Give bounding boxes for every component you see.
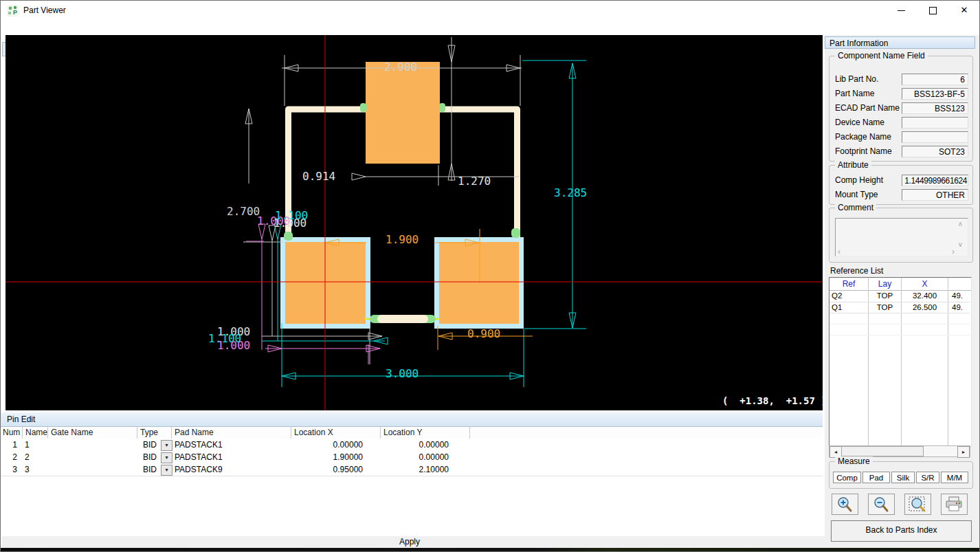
- measure-comp-button[interactable]: Comp: [833, 472, 861, 483]
- attribute-group: Attribute Comp Height 1.1449989661624 Mo…: [829, 165, 973, 205]
- x-value: 32.400: [902, 291, 948, 300]
- menu-bar: File View Tool: [0, 21, 980, 35]
- measure-mm-button[interactable]: M/M: [941, 472, 968, 483]
- chevron-down-icon: ▾: [165, 454, 168, 461]
- cad-viewport[interactable]: 2.900 0.914 1.270 2.700 1.000 1.000 1.10…: [5, 35, 823, 410]
- scroll-down-icon[interactable]: ∨: [958, 241, 963, 248]
- dim-label-pad3-width: 0.914: [302, 171, 335, 182]
- dim-label-pad3-height: 1.270: [458, 176, 491, 187]
- group-title: Component Name Field: [835, 51, 928, 60]
- pin-locy-cell[interactable]: 0.00000: [381, 439, 449, 451]
- dim-label-pad2-width: 0.900: [467, 329, 500, 340]
- pin-gate-cell[interactable]: [51, 439, 136, 451]
- lay-value: TOP: [869, 291, 901, 300]
- device-name-field[interactable]: [902, 117, 968, 129]
- col-gate-name: Gate Name: [48, 427, 93, 439]
- dim-label-bottom-magenta: 1.000: [217, 340, 250, 351]
- scroll-right-icon[interactable]: ›: [952, 247, 955, 256]
- group-title: Measure: [835, 456, 873, 466]
- comment-group: Comment ∧ ∨ ‹ ›: [829, 208, 973, 263]
- pin-locx-cell[interactable]: 1.90000: [291, 451, 363, 463]
- scroll-up-icon[interactable]: ∧: [958, 220, 963, 228]
- pin-locx-cell[interactable]: 0.00000: [291, 439, 363, 451]
- reference-row[interactable]: Q2 TOP 32.400 49.: [829, 291, 970, 302]
- field-label: Device Name: [835, 117, 884, 129]
- measure-pad-button[interactable]: Pad: [862, 472, 890, 483]
- silk-bar: [377, 315, 428, 323]
- pin-type-cell[interactable]: BID: [143, 463, 159, 476]
- pin-type-cell[interactable]: BID: [143, 439, 159, 451]
- dim-label-total-width: 3.000: [386, 368, 419, 379]
- pin-num-cell[interactable]: 3: [0, 463, 17, 476]
- pin-locy-cell[interactable]: 0.00000: [381, 451, 449, 463]
- pin-gate-cell[interactable]: [51, 451, 136, 463]
- comment-textarea[interactable]: [835, 218, 968, 256]
- ref-value: Q2: [832, 291, 842, 300]
- field-label: Footprint Name: [835, 146, 892, 157]
- pin-num-cell[interactable]: 2: [0, 451, 17, 463]
- type-dropdown-button[interactable]: ▾: [161, 440, 172, 451]
- chevron-down-icon: ▾: [165, 442, 168, 448]
- scroll-thumb[interactable]: [841, 446, 924, 456]
- maximize-icon: [929, 7, 937, 14]
- pin-mark: [511, 228, 520, 238]
- zoom-window-button[interactable]: [904, 494, 931, 515]
- col-pad-name: Pad Name: [172, 427, 214, 439]
- footprint-name-field[interactable]: SOT23: [902, 146, 968, 157]
- type-dropdown-button[interactable]: ▾: [161, 465, 172, 476]
- minimize-icon: [898, 10, 905, 11]
- measure-sr-button[interactable]: S/R: [916, 472, 939, 483]
- type-dropdown-button[interactable]: ▾: [161, 452, 172, 463]
- scroll-left-icon[interactable]: ‹: [838, 247, 840, 256]
- reference-list-header: Ref Lay X: [829, 278, 971, 291]
- pin-locy-cell[interactable]: 2.10000: [381, 463, 449, 476]
- component-name-field-group: Component Name Field Lib Part No. 6 Part…: [829, 56, 973, 162]
- package-name-field[interactable]: [902, 131, 968, 143]
- taskbar-sliver: [0, 548, 980, 552]
- x-value: 26.500: [902, 303, 948, 311]
- pin-locx-cell[interactable]: 0.95000: [291, 463, 363, 476]
- zoom-in-button[interactable]: [832, 494, 858, 515]
- scroll-right-button[interactable]: ▸: [957, 446, 970, 458]
- pad-2: [439, 242, 519, 324]
- reference-list-table: Ref Lay X Q2 TOP 32.400 49. Q1 TOP 26.50…: [829, 277, 972, 447]
- minimize-button[interactable]: [885, 0, 917, 21]
- zoom-out-button[interactable]: [868, 494, 895, 515]
- pin-row: 1 1 BID ▾ PADSTACK1 0.00000 0.00000: [0, 439, 823, 452]
- back-to-parts-index-button[interactable]: Back to Parts Index: [831, 520, 972, 542]
- ref-value: Q1: [832, 303, 842, 311]
- measure-silk-button[interactable]: Silk: [891, 472, 915, 483]
- close-button[interactable]: ✕: [948, 0, 980, 21]
- ecad-part-name-field[interactable]: BSS123: [902, 102, 968, 114]
- part-name-field[interactable]: BSS123-BF-5: [902, 88, 968, 100]
- pin-pad-cell[interactable]: PADSTACK9: [175, 463, 290, 476]
- pin-name-cell[interactable]: 2: [25, 451, 47, 463]
- pin-num-cell[interactable]: 1: [0, 439, 17, 451]
- pin-type-cell[interactable]: BID: [143, 451, 159, 463]
- print-button[interactable]: [941, 494, 968, 515]
- maximize-button[interactable]: [917, 0, 948, 21]
- pin-name-cell[interactable]: 1: [25, 439, 47, 451]
- app-icon: P: [7, 5, 19, 16]
- ref-col: Ref: [829, 279, 868, 289]
- pin-pad-cell[interactable]: PADSTACK1: [175, 451, 290, 463]
- pin-pad-cell[interactable]: PADSTACK1: [175, 439, 290, 451]
- pad-3: [366, 62, 440, 164]
- lib-part-no-field[interactable]: 6: [902, 74, 968, 85]
- apply-button[interactable]: Apply: [1, 536, 905, 549]
- part-information-header: Part Information: [825, 36, 975, 49]
- col-location-x: Location X: [291, 427, 333, 439]
- cursor-coordinate-readout: ( +1.38, +1.57 ): [722, 395, 827, 406]
- title-bar: P Part Viewer ✕: [0, 0, 980, 21]
- pin-row: 2 2 BID ▾ PADSTACK1 1.90000 0.00000: [0, 451, 823, 464]
- reference-list-hscrollbar[interactable]: ◂ ▸: [829, 445, 970, 457]
- pin-name-cell[interactable]: 3: [25, 463, 47, 476]
- reference-row[interactable]: Q1 TOP 26.500 49.: [829, 302, 970, 313]
- mount-type-field[interactable]: OTHER: [902, 189, 968, 201]
- pin-gate-cell[interactable]: [51, 463, 136, 476]
- pin-mark: [439, 103, 445, 112]
- arrow-right-icon: ▸: [962, 449, 965, 455]
- comp-height-field[interactable]: 1.1449989661624: [902, 175, 968, 186]
- group-title: Attribute: [835, 160, 871, 170]
- col-num: Num: [0, 427, 20, 439]
